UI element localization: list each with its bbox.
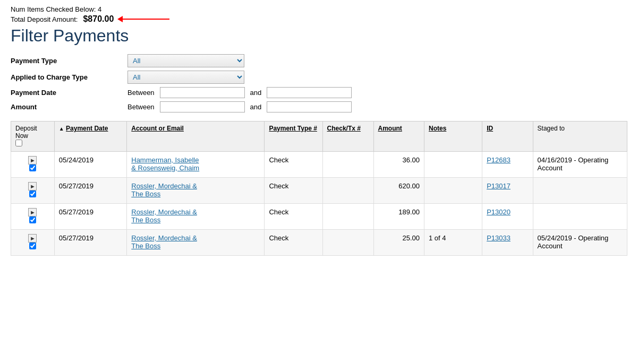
account-cell: Hammerman, Isabelle& Rosensweig, Chaim	[127, 152, 265, 178]
charge-type-label: Applied to Charge Type	[11, 73, 127, 81]
payment-date-cell: 05/24/2019	[54, 152, 126, 178]
amount-from[interactable]	[160, 101, 245, 112]
payment-type-label: Payment Type	[11, 57, 127, 65]
table-header-row: Deposit Now ▲ Payment Date Account or Em…	[11, 122, 627, 152]
check-tx-cell	[322, 204, 373, 230]
account-cell: Rossler, Mordechai &The Boss	[127, 230, 265, 256]
id-link[interactable]: P13017	[487, 182, 511, 190]
amount-cell: 36.00	[373, 152, 424, 178]
deposit-expand-cell: ►	[11, 230, 55, 256]
th-check-tx: Check/Tx #	[322, 122, 373, 152]
staged-cell	[533, 178, 627, 204]
payment-type-row: Payment Type All Check Credit Card Cash	[11, 54, 627, 67]
id-link[interactable]: P13033	[487, 234, 511, 242]
th-amount: Amount	[373, 122, 424, 152]
page-title: Filter Payments	[11, 26, 627, 46]
account-link[interactable]: Rossler, Mordechai &The Boss	[131, 234, 197, 250]
amount-to[interactable]	[267, 101, 352, 112]
charge-type-control: All	[127, 71, 244, 84]
th-payment-type: Payment Type #	[265, 122, 322, 152]
staged-cell: 05/24/2019 - Operating Account	[533, 230, 627, 256]
th-account: Account or Email	[127, 122, 265, 152]
account-link[interactable]: Rossler, Mordechai &The Boss	[131, 208, 197, 224]
deposit-checkbox[interactable]	[29, 164, 36, 171]
expand-button[interactable]: ►	[28, 208, 37, 216]
amount-label: Amount	[11, 103, 127, 111]
th-staged: Staged to	[533, 122, 627, 152]
id-link[interactable]: P13020	[487, 208, 511, 216]
check-tx-cell	[322, 178, 373, 204]
staged-cell: 04/16/2019 - Operating Account	[533, 152, 627, 178]
payment-date-label: Payment Date	[11, 89, 127, 97]
amount-cell: 25.00	[373, 230, 424, 256]
red-arrow-indicator	[119, 19, 169, 20]
id-sort[interactable]: ID	[487, 125, 493, 132]
amount-control: Between and	[127, 101, 352, 112]
payment-type-cell: Check	[265, 178, 322, 204]
payment-type-cell: Check	[265, 152, 322, 178]
deposit-amount-label: Total Deposit Amount:	[11, 15, 78, 23]
expand-button[interactable]: ►	[28, 156, 37, 164]
payment-date-sort[interactable]: Payment Date	[66, 125, 108, 132]
id-cell: P13033	[482, 230, 533, 256]
deposit-now-header-checkbox[interactable]	[15, 140, 22, 146]
payment-type-cell: Check	[265, 230, 322, 256]
amount-sort[interactable]: Amount	[378, 125, 402, 132]
payment-date-between: Between	[127, 89, 155, 97]
th-payment-date: ▲ Payment Date	[54, 122, 126, 152]
deposit-amount-value: $870.00	[83, 14, 114, 24]
payment-date-to[interactable]	[267, 87, 352, 98]
payment-date-cell: 05/27/2019	[54, 178, 126, 204]
payment-type-sort[interactable]: Payment Type #	[269, 125, 317, 132]
table-row: ► 05/27/2019 Rossler, Mordechai &The Bos…	[11, 230, 627, 256]
payment-date-row: Payment Date Between and	[11, 87, 627, 98]
id-cell: P12683	[482, 152, 533, 178]
payment-date-control: Between and	[127, 87, 352, 98]
amount-cell: 620.00	[373, 178, 424, 204]
id-cell: P13017	[482, 178, 533, 204]
account-cell: Rossler, Mordechai &The Boss	[127, 204, 265, 230]
amount-row: Amount Between and	[11, 101, 627, 112]
account-link[interactable]: Rossler, Mordechai &The Boss	[131, 182, 197, 198]
payment-date-cell: 05/27/2019	[54, 204, 126, 230]
account-cell: Rossler, Mordechai &The Boss	[127, 178, 265, 204]
expand-button[interactable]: ►	[28, 182, 37, 190]
deposit-expand-cell: ►	[11, 152, 55, 178]
payment-type-select[interactable]: All Check Credit Card Cash	[127, 54, 244, 67]
charge-type-select[interactable]: All	[127, 71, 244, 84]
notes-cell: 1 of 4	[424, 230, 482, 256]
table-row: ► 05/24/2019 Hammerman, Isabelle& Rosens…	[11, 152, 627, 178]
payment-type-control: All Check Credit Card Cash	[127, 54, 244, 67]
payments-table: Deposit Now ▲ Payment Date Account or Em…	[11, 121, 627, 256]
check-tx-sort[interactable]: Check/Tx #	[327, 125, 361, 132]
check-tx-cell	[322, 152, 373, 178]
notes-cell	[424, 204, 482, 230]
filter-section: Payment Type All Check Credit Card Cash …	[11, 54, 627, 112]
th-deposit-now: Deposit Now	[11, 122, 55, 152]
notes-sort[interactable]: Notes	[429, 125, 446, 132]
deposit-now-header-text: Deposit Now	[15, 125, 50, 140]
staged-cell	[533, 204, 627, 230]
expand-button[interactable]: ►	[28, 234, 37, 242]
deposit-expand-cell: ►	[11, 178, 55, 204]
account-link[interactable]: Hammerman, Isabelle& Rosensweig, Chaim	[131, 156, 199, 172]
deposit-checkbox[interactable]	[29, 190, 36, 197]
notes-cell	[424, 152, 482, 178]
deposit-checkbox[interactable]	[29, 242, 36, 249]
id-cell: P13020	[482, 204, 533, 230]
deposit-checkbox[interactable]	[29, 216, 36, 223]
th-notes: Notes	[424, 122, 482, 152]
payment-type-cell: Check	[265, 204, 322, 230]
table-row: ► 05/27/2019 Rossler, Mordechai &The Bos…	[11, 178, 627, 204]
check-tx-cell	[322, 230, 373, 256]
amount-cell: 189.00	[373, 204, 424, 230]
charge-type-row: Applied to Charge Type All	[11, 71, 627, 84]
deposit-expand-cell: ►	[11, 204, 55, 230]
payment-date-and: and	[250, 89, 262, 97]
table-row: ► 05/27/2019 Rossler, Mordechai &The Bos…	[11, 204, 627, 230]
amount-between: Between	[127, 103, 155, 111]
notes-cell	[424, 178, 482, 204]
payment-date-from[interactable]	[160, 87, 245, 98]
account-sort[interactable]: Account or Email	[131, 125, 184, 132]
id-link[interactable]: P12683	[487, 156, 511, 164]
